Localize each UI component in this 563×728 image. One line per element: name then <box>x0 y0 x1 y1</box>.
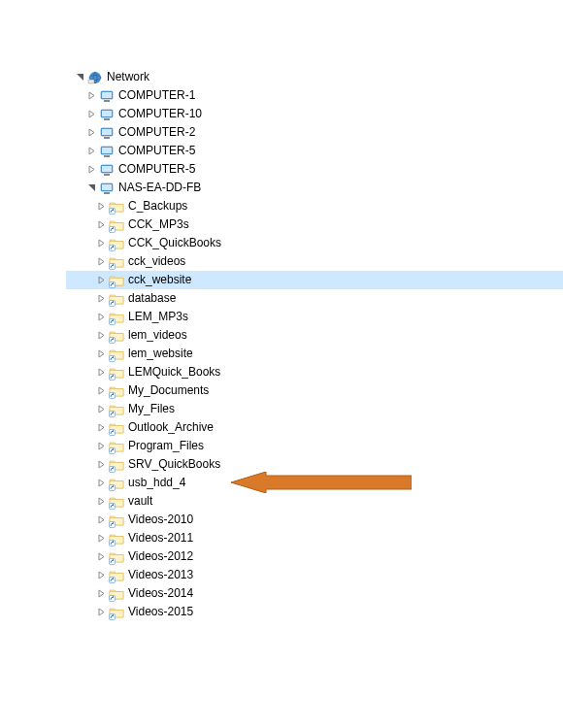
svg-rect-29 <box>110 355 116 361</box>
computer-icon <box>99 125 115 141</box>
expander-collapsed-icon[interactable] <box>95 478 107 489</box>
tree-item-folder[interactable]: LEMQuick_Books <box>66 363 563 381</box>
tree-item-label: COMPUTER-5 <box>118 160 195 179</box>
tree-item-label: My_Documents <box>128 381 209 400</box>
tree-item-folder[interactable]: C_Backups <box>66 197 563 215</box>
computer-icon <box>99 181 115 196</box>
expander-collapsed-icon[interactable] <box>95 348 107 360</box>
tree-item-folder[interactable]: CCK_QuickBooks <box>66 234 563 252</box>
computer-icon <box>99 162 115 178</box>
tree-item-computer[interactable]: COMPUTER-5 <box>66 142 563 160</box>
expander-collapsed-icon[interactable] <box>95 238 107 249</box>
tree-item-label: cck_website <box>128 271 191 289</box>
expander-collapsed-icon[interactable] <box>85 164 97 176</box>
folder-icon <box>109 347 124 362</box>
tree-item-label: Program_Files <box>128 437 204 455</box>
expander-collapsed-icon[interactable] <box>95 588 107 600</box>
tree-item-folder[interactable]: Program_Files <box>66 437 563 455</box>
folder-icon <box>109 494 124 510</box>
tree-item-computer[interactable]: COMPUTER-2 <box>66 123 563 142</box>
tree-item-folder[interactable]: CCK_MP3s <box>66 215 563 234</box>
folder-icon <box>109 254 124 270</box>
expander-collapsed-icon[interactable] <box>95 514 107 526</box>
expander-collapsed-icon[interactable] <box>95 533 107 545</box>
tree-item-folder[interactable]: Videos-2010 <box>66 511 563 529</box>
tree-item-label: database <box>128 289 176 308</box>
expander-collapsed-icon[interactable] <box>95 570 107 581</box>
tree-item-label: Network <box>107 68 149 86</box>
expander-collapsed-icon[interactable] <box>95 404 107 415</box>
folder-icon <box>109 420 124 436</box>
expander-collapsed-icon[interactable] <box>85 146 97 157</box>
folder-icon <box>109 568 124 583</box>
tree-item-folder[interactable]: Outlook_Archive <box>66 418 563 437</box>
svg-rect-33 <box>110 429 116 435</box>
expander-collapsed-icon[interactable] <box>95 312 107 323</box>
tree-item-computer[interactable]: COMPUTER-5 <box>66 160 563 179</box>
tree-item-label: COMPUTER-2 <box>118 123 195 142</box>
expander-expanded-icon[interactable] <box>85 182 97 194</box>
tree-item-computer[interactable]: COMPUTER-1 <box>66 86 563 105</box>
tree-item-folder[interactable]: cck_website <box>66 271 563 289</box>
expander-collapsed-icon[interactable] <box>95 551 107 563</box>
expander-collapsed-icon[interactable] <box>95 293 107 305</box>
tree-item-folder[interactable]: SRV_QuickBooks <box>66 455 563 474</box>
tree-item-folder[interactable]: Videos-2014 <box>66 584 563 603</box>
tree-item-folder[interactable]: database <box>66 289 563 308</box>
folder-icon <box>109 236 124 251</box>
expander-collapsed-icon[interactable] <box>95 367 107 379</box>
computer-icon <box>99 107 115 122</box>
tree-item-computer[interactable]: COMPUTER-10 <box>66 105 563 123</box>
tree-item-folder[interactable]: Videos-2013 <box>66 566 563 584</box>
tree-item-nas[interactable]: NAS-EA-DD-FB <box>66 179 563 197</box>
tree-item-folder[interactable]: LEM_MP3s <box>66 308 563 326</box>
tree-item-label: NAS-EA-DD-FB <box>118 179 201 197</box>
tree-item-label: My_Files <box>128 400 175 418</box>
tree-item-label: LEM_MP3s <box>128 308 188 326</box>
folder-icon <box>109 586 124 602</box>
tree-item-folder[interactable]: My_Documents <box>66 381 563 400</box>
expander-collapsed-icon[interactable] <box>95 422 107 434</box>
svg-rect-16 <box>102 166 112 172</box>
expander-collapsed-icon[interactable] <box>95 330 107 342</box>
expander-collapsed-icon[interactable] <box>95 496 107 508</box>
svg-rect-10 <box>102 129 112 135</box>
tree-item-folder[interactable]: usb_hdd_4 <box>66 474 563 492</box>
svg-rect-24 <box>110 263 116 269</box>
tree-item-label: SRV_QuickBooks <box>128 455 220 474</box>
svg-rect-28 <box>110 337 116 343</box>
folder-icon <box>109 217 124 233</box>
svg-rect-5 <box>104 100 110 102</box>
expander-collapsed-icon[interactable] <box>85 90 97 102</box>
expander-collapsed-icon[interactable] <box>95 275 107 286</box>
tree-item-label: COMPUTER-5 <box>118 142 195 160</box>
tree-item-label: LEMQuick_Books <box>128 363 220 381</box>
tree-item-folder[interactable]: Videos-2015 <box>66 603 563 621</box>
expander-collapsed-icon[interactable] <box>85 109 97 120</box>
expander-collapsed-icon[interactable] <box>95 459 107 471</box>
tree-item-network[interactable]: Network <box>66 68 563 86</box>
expander-collapsed-icon[interactable] <box>95 441 107 452</box>
tree-item-folder[interactable]: lem_videos <box>66 326 563 345</box>
tree-item-folder[interactable]: Videos-2011 <box>66 529 563 547</box>
svg-rect-38 <box>110 521 116 527</box>
tree-item-folder[interactable]: cck_videos <box>66 252 563 271</box>
expander-collapsed-icon[interactable] <box>85 127 97 139</box>
tree-item-folder[interactable]: My_Files <box>66 400 563 418</box>
svg-rect-7 <box>102 111 112 116</box>
expander-collapsed-icon[interactable] <box>95 607 107 618</box>
svg-rect-34 <box>110 447 116 453</box>
tree-item-label: CCK_MP3s <box>128 215 189 234</box>
tree-item-folder[interactable]: vault <box>66 492 563 511</box>
expander-collapsed-icon[interactable] <box>95 385 107 397</box>
expander-collapsed-icon[interactable] <box>95 256 107 268</box>
tree-item-folder[interactable]: lem_website <box>66 345 563 363</box>
tree-item-label: Videos-2010 <box>128 511 193 529</box>
expander-collapsed-icon[interactable] <box>95 219 107 231</box>
svg-rect-22 <box>110 226 116 232</box>
svg-rect-19 <box>102 184 112 190</box>
tree-item-folder[interactable]: Videos-2012 <box>66 547 563 566</box>
expander-expanded-icon[interactable] <box>74 72 85 83</box>
folder-icon <box>109 273 124 288</box>
expander-collapsed-icon[interactable] <box>95 201 107 213</box>
